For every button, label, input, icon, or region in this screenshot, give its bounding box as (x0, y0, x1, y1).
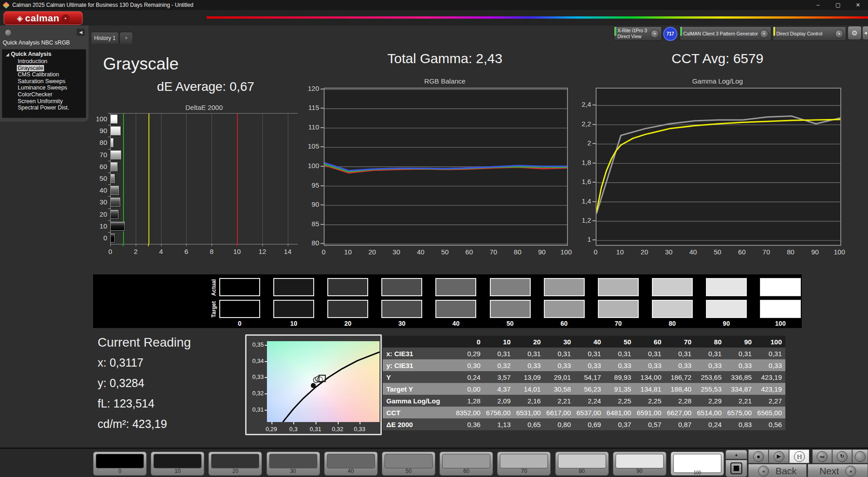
table-cell: 0,31 (544, 348, 574, 359)
pattern-patch-100[interactable]: 100 (671, 452, 724, 476)
pattern-patch-0[interactable]: 0 (93, 452, 147, 476)
minimize-icon[interactable]: – (808, 0, 828, 10)
rgb_balance-plot-area (324, 88, 568, 246)
sidebar-collapse-button[interactable]: ◀ (77, 29, 85, 36)
collapse-panel-button[interactable]: ◀ (862, 26, 868, 40)
gamma_loglog-xtick-label: 10 (611, 248, 629, 256)
meter-count-badge[interactable]: 717 (663, 27, 677, 41)
pattern-window-toggle-button[interactable] (725, 460, 747, 477)
target-swatch-0 (219, 300, 260, 318)
cie-chromaticity-plot (267, 341, 380, 422)
pattern-patch-70[interactable]: 70 (497, 452, 551, 476)
cie-ytick-label: 0,32 (248, 390, 264, 397)
gamma_loglog-xtick-label: 40 (684, 248, 702, 256)
pattern-window-up-button[interactable]: ▲ (725, 450, 747, 459)
chevron-left-icon: ◀ (79, 30, 83, 35)
table-cell: 0,29 (454, 348, 484, 359)
table-cell: 0,33 (725, 359, 755, 371)
actual-swatch-20 (327, 278, 368, 296)
pattern-patch-80[interactable]: 80 (555, 452, 609, 476)
strip-level-label: 70 (591, 320, 645, 327)
cie-chromaticity-panel: 0,350,340,330,320,310,290,30,310,320,33 (245, 334, 382, 435)
gridline (288, 113, 288, 244)
tab-history-1[interactable]: History 1 (91, 32, 119, 44)
sidebar-item-introduction[interactable]: Introduction (2, 58, 86, 65)
pattern-patch-90[interactable]: 90 (613, 452, 666, 476)
sidebar-item-luminance-sweeps[interactable]: Luminance Sweeps (2, 84, 86, 91)
back-button[interactable]: «Back (748, 464, 807, 477)
table-column-header: 60 (635, 336, 665, 348)
axis-tick (108, 149, 110, 149)
display-control-dropdown[interactable]: Direct Display Control ▼ (773, 26, 846, 41)
patch-swatch (442, 454, 490, 468)
pattern-generator-dropdown[interactable]: CalMAN Client 3 Pattern Generator ▼ (680, 26, 771, 41)
actual-swatch-10 (273, 278, 314, 296)
pattern-patch-40[interactable]: 40 (324, 452, 378, 476)
settings-button[interactable]: ⚙ (848, 26, 862, 40)
axis-tick (288, 244, 288, 246)
table-cell: 13,09 (514, 371, 544, 383)
sidebar-item-spectral-power-dist-[interactable]: Spectral Power Dist. (2, 104, 86, 111)
patch-label: 50 (382, 468, 435, 474)
sidebar-item-cms-calibration[interactable]: CMS Calibration (2, 71, 86, 78)
axis-tick (108, 137, 110, 137)
meter-dropdown[interactable]: X-Rite i1Pro 3Direct View ▼ (614, 26, 662, 41)
table-cell: 0,65 (514, 418, 544, 430)
axis-tick (271, 422, 272, 424)
maximize-icon[interactable]: ▢ (828, 0, 848, 10)
deltae-bar-80 (110, 138, 113, 147)
pattern-patch-20[interactable]: 20 (208, 452, 262, 476)
rgb_balance-xtick-label: 70 (484, 248, 503, 256)
pattern-patch-60[interactable]: 60 (439, 452, 493, 476)
pattern-patch-30[interactable]: 30 (266, 452, 320, 476)
pattern-patch-10[interactable]: 10 (151, 452, 204, 476)
play-button[interactable]: ▶ (769, 449, 789, 463)
continuous-button[interactable]: ∞ (812, 449, 832, 463)
loop-button[interactable]: ↻ (832, 449, 852, 463)
axis-tick (108, 125, 110, 125)
sidebar-item-grayscale[interactable]: Grayscale (2, 65, 86, 72)
axis-tick (186, 244, 187, 246)
sidebar-item-saturation-sweeps[interactable]: Saturation Sweeps (2, 78, 86, 85)
deltae-xtick-label: 2 (127, 248, 145, 255)
table-cell: 0,31 (755, 348, 785, 359)
table-cell: 0,33 (635, 359, 665, 371)
patch-swatch (211, 454, 259, 468)
target-swatch-80 (652, 300, 693, 318)
tree-expanded-icon[interactable]: ◢ (6, 51, 9, 58)
measure-button[interactable]: [··] (789, 449, 809, 463)
rgb_balance-ytick-label: 115 (304, 104, 319, 111)
deltae-chart-title: DeltaE 2000 (110, 104, 298, 111)
play-icon: ▶ (774, 451, 784, 462)
stop-button[interactable]: ■ (748, 449, 769, 463)
target-swatch-70 (598, 300, 639, 318)
calman-menu-button[interactable]: ◈ calman ▼ (4, 11, 83, 25)
axis-tick (321, 243, 324, 244)
rgb_balance-ytick-label: 85 (304, 220, 319, 228)
target-swatch-10 (273, 300, 314, 318)
close-icon[interactable]: ✕ (848, 0, 868, 10)
sidebar-item-colorchecker[interactable]: ColorChecker (2, 91, 86, 98)
next-button[interactable]: Next» (808, 464, 868, 477)
add-tab-button[interactable]: + (119, 32, 133, 44)
axis-tick (108, 209, 110, 209)
gamma_loglog-xtick-label: 60 (733, 248, 751, 256)
table-cell: 30,58 (544, 383, 574, 395)
strip-row-label-target: Target (211, 296, 217, 323)
sidebar-options-button[interactable] (5, 29, 12, 36)
patch-label: 10 (151, 468, 204, 474)
axis-tick (592, 239, 596, 240)
sidebar-item-screen-uniformity[interactable]: Screen Uniformity (2, 98, 86, 105)
table-column-header: 0 (454, 336, 484, 348)
deltae-ytick-label: 70 (92, 151, 107, 159)
target-marker (319, 375, 326, 382)
table-cell: 423,19 (755, 383, 785, 395)
measurement-table: 0102030405060708090100x: CIE310,290,310,… (383, 336, 785, 430)
gridline (212, 113, 212, 244)
sidebar-item-root[interactable]: ◢Quick Analysis (2, 51, 86, 58)
pattern-patch-50[interactable]: 50 (382, 452, 435, 476)
cie-ytick-label: 0,34 (248, 358, 264, 364)
record-button[interactable] (852, 449, 868, 463)
patch-label: 100 (671, 470, 724, 475)
loop-icon: ↻ (837, 451, 848, 462)
